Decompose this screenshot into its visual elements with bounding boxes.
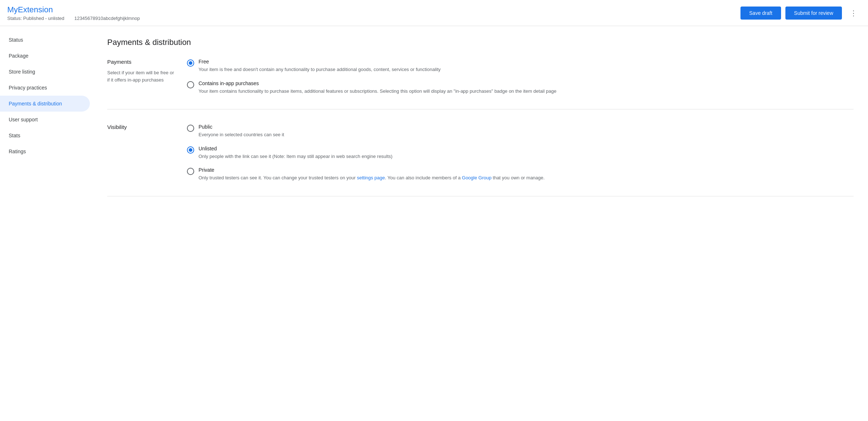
sidebar-item-user-support[interactable]: User support [0,112,90,128]
sidebar-item-privacy-practices[interactable]: Privacy practices [0,80,90,96]
radio-public[interactable] [187,125,194,132]
visibility-options: Public Everyone in selected countries ca… [187,124,854,182]
visibility-label: Visibility [107,124,187,182]
free-description: Your item is free and doesn't contain an… [199,66,854,73]
settings-page-link[interactable]: settings page [357,175,385,180]
extension-id: 12345678910abcdefghijklmnop [74,16,140,21]
visibility-option-unlisted: Unlisted Only people with the link can s… [187,146,854,160]
public-description: Everyone in selected countries can see i… [199,131,854,138]
header-actions: Save draft Submit for review ⋮ [740,6,861,20]
sidebar: Status Package Store listing Privacy pra… [0,26,93,421]
header: MyExtension Status: Published - unlisted… [0,0,868,26]
private-label: Private [199,167,854,173]
sidebar-item-ratings[interactable]: Ratings [0,143,90,159]
header-left: MyExtension Status: Published - unlisted… [7,5,740,21]
payments-section: Payments Select if your item will be fre… [107,59,854,109]
sidebar-item-store-listing[interactable]: Store listing [0,64,90,80]
save-draft-button[interactable]: Save draft [740,7,781,20]
private-description: Only trusted testers can see it. You can… [199,174,854,182]
visibility-option-private: Private Only trusted testers can see it.… [187,167,854,182]
unlisted-description: Only people with the link can see it (No… [199,153,854,160]
status-text: Status: Published - unlisted [7,16,64,21]
visibility-heading: Visibility [107,124,175,130]
sidebar-item-stats[interactable]: Stats [0,128,90,143]
free-label: Free [199,59,854,64]
submit-for-review-button[interactable]: Submit for review [785,7,842,20]
payments-option-inapp: Contains in-app purchases Your item cont… [187,80,854,95]
sidebar-item-status[interactable]: Status [0,32,90,48]
sidebar-item-payments-distribution[interactable]: Payments & distribution [0,96,90,112]
radio-free[interactable] [187,59,194,67]
page-title: Payments & distribution [107,38,854,47]
unlisted-label: Unlisted [199,146,854,151]
radio-private[interactable] [187,168,194,175]
inapp-description: Your item contains functionality to purc… [199,88,854,95]
app-title: MyExtension [7,5,740,15]
payments-heading: Payments [107,59,175,65]
app-meta: Status: Published - unlisted 12345678910… [7,16,740,21]
google-group-link[interactable]: Google Group [462,175,492,180]
payments-label: Payments Select if your item will be fre… [107,59,187,95]
layout: Status Package Store listing Privacy pra… [0,26,868,421]
radio-inapp[interactable] [187,81,194,88]
radio-unlisted[interactable] [187,146,194,154]
payments-description: Select if your item will be free or if i… [107,69,175,83]
inapp-label: Contains in-app purchases [199,80,854,86]
sidebar-item-package[interactable]: Package [0,48,90,64]
payments-options: Free Your item is free and doesn't conta… [187,59,854,95]
main-content: Payments & distribution Payments Select … [93,26,868,421]
payments-option-free: Free Your item is free and doesn't conta… [187,59,854,73]
visibility-section: Visibility Public Everyone in selected c… [107,124,854,196]
more-options-icon[interactable]: ⋮ [846,6,861,20]
visibility-option-public: Public Everyone in selected countries ca… [187,124,854,138]
public-label: Public [199,124,854,130]
